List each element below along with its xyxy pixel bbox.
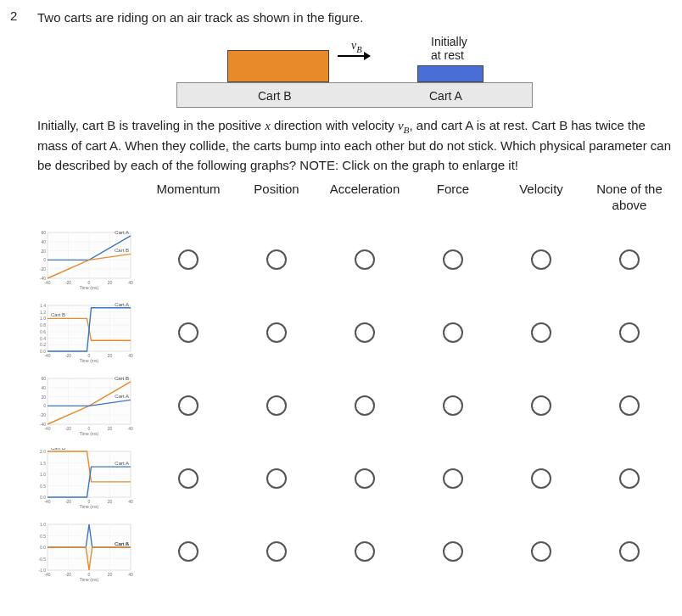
svg-text:60: 60	[41, 376, 46, 381]
svg-text:-40: -40	[44, 572, 50, 577]
radio-option[interactable]	[266, 541, 287, 562]
svg-text:60: 60	[41, 230, 46, 235]
svg-text:-20: -20	[65, 280, 71, 285]
radio-option[interactable]	[531, 541, 551, 562]
svg-text:40: 40	[128, 426, 133, 431]
svg-text:40: 40	[128, 572, 133, 577]
svg-text:0.5: 0.5	[40, 533, 46, 538]
radio-option[interactable]	[443, 541, 463, 562]
svg-text:20: 20	[41, 248, 46, 253]
radio-option[interactable]	[355, 395, 375, 416]
radio-option[interactable]	[178, 395, 198, 416]
svg-text:-40: -40	[44, 353, 50, 358]
radio-option[interactable]	[266, 395, 287, 416]
answer-grid: MomentumPositionAccelerationForceVelocit…	[32, 182, 672, 582]
radio-option[interactable]	[443, 249, 463, 270]
svg-text:20: 20	[108, 572, 113, 577]
svg-text:40: 40	[41, 385, 46, 390]
svg-text:20: 20	[108, 280, 113, 285]
svg-text:20: 20	[41, 394, 46, 399]
column-header: Force	[411, 182, 495, 201]
svg-text:0: 0	[43, 403, 46, 408]
graph-thumbnail[interactable]: 6040200-20-40-40-2002040Time (ms)Cart BC…	[32, 375, 143, 436]
svg-text:Cart B: Cart B	[51, 312, 65, 317]
svg-text:40: 40	[128, 353, 133, 358]
svg-text:0.2: 0.2	[40, 342, 46, 347]
cart-a-label: Cart A	[429, 89, 462, 103]
svg-text:Cart B: Cart B	[115, 376, 129, 381]
svg-text:Cart B: Cart B	[51, 448, 65, 451]
question-intro: Two carts are riding on an air track as …	[37, 8, 672, 28]
svg-text:-20: -20	[65, 426, 71, 431]
radio-option[interactable]	[619, 468, 640, 489]
radio-option[interactable]	[266, 468, 287, 489]
graph-thumbnail[interactable]: 6040200-20-40-40-2002040Time (ms)Cart AC…	[32, 229, 143, 290]
radio-option[interactable]	[619, 249, 640, 270]
radio-option[interactable]	[355, 322, 375, 343]
cart-b-label: Cart B	[258, 89, 292, 103]
radio-option[interactable]	[443, 468, 463, 489]
svg-text:-20: -20	[65, 572, 71, 577]
svg-text:40: 40	[128, 499, 133, 504]
graph-thumbnail[interactable]: 1.41.21.00.80.60.40.20.0-40-2002040Time …	[32, 302, 143, 363]
svg-text:1.0: 1.0	[40, 522, 46, 527]
svg-text:Cart A: Cart A	[115, 230, 129, 235]
svg-text:Time (ms): Time (ms)	[80, 577, 99, 582]
svg-text:Cart B: Cart B	[115, 541, 129, 546]
graph-thumbnail[interactable]: 1.00.50.0-0.5-1.0-40-2002040Time (ms)Car…	[32, 521, 143, 582]
svg-text:-40: -40	[44, 280, 50, 285]
radio-option[interactable]	[619, 541, 640, 562]
svg-text:2.0: 2.0	[40, 449, 46, 454]
radio-option[interactable]	[619, 322, 640, 343]
radio-option[interactable]	[178, 541, 198, 562]
svg-text:0: 0	[43, 257, 46, 262]
radio-option[interactable]	[178, 249, 198, 270]
svg-text:Cart A: Cart A	[115, 461, 129, 466]
radio-option[interactable]	[266, 322, 287, 343]
velocity-arrow-icon	[338, 55, 370, 57]
svg-text:0.0: 0.0	[40, 545, 46, 550]
column-header: Momentum	[146, 182, 231, 201]
radio-option[interactable]	[443, 395, 463, 416]
svg-text:-20: -20	[40, 266, 46, 272]
column-header: None of the above	[587, 182, 672, 217]
svg-text:Time (ms): Time (ms)	[80, 285, 99, 290]
radio-option[interactable]	[531, 395, 551, 416]
svg-text:1.5: 1.5	[40, 460, 46, 465]
radio-option[interactable]	[531, 322, 551, 343]
vb-symbol: vB	[351, 38, 362, 54]
svg-text:1.2: 1.2	[40, 310, 46, 315]
svg-text:-20: -20	[65, 499, 71, 504]
radio-option[interactable]	[266, 249, 287, 270]
svg-text:Cart A: Cart A	[115, 302, 129, 307]
radio-option[interactable]	[355, 541, 375, 562]
svg-text:Cart A: Cart A	[115, 394, 129, 399]
radio-option[interactable]	[531, 249, 551, 270]
svg-text:1.4: 1.4	[40, 303, 46, 308]
svg-text:Time (ms): Time (ms)	[80, 504, 99, 509]
radio-option[interactable]	[443, 322, 463, 343]
radio-option[interactable]	[178, 322, 198, 343]
svg-text:0.4: 0.4	[40, 335, 46, 340]
question-number: 2	[10, 8, 25, 582]
air-track	[176, 82, 533, 108]
radio-option[interactable]	[355, 249, 375, 270]
svg-text:-40: -40	[44, 426, 50, 431]
column-header: Velocity	[499, 182, 584, 201]
svg-text:Cart B: Cart B	[115, 248, 129, 253]
cart-b-box	[227, 50, 329, 82]
svg-text:-20: -20	[65, 353, 71, 358]
radio-option[interactable]	[531, 468, 551, 489]
svg-text:-0.5: -0.5	[38, 556, 46, 561]
at-rest-label: Initially at rest	[431, 35, 467, 64]
svg-text:1.0: 1.0	[40, 472, 46, 477]
svg-text:Time (ms): Time (ms)	[80, 358, 99, 363]
svg-text:20: 20	[108, 353, 113, 358]
svg-text:20: 20	[108, 426, 113, 431]
radio-option[interactable]	[178, 468, 198, 489]
radio-option[interactable]	[619, 395, 640, 416]
radio-option[interactable]	[355, 468, 375, 489]
graph-thumbnail[interactable]: 2.01.51.00.50.0-40-2002040Time (ms)Cart …	[32, 448, 143, 509]
svg-text:0.5: 0.5	[40, 483, 46, 488]
svg-text:0.8: 0.8	[40, 322, 46, 328]
